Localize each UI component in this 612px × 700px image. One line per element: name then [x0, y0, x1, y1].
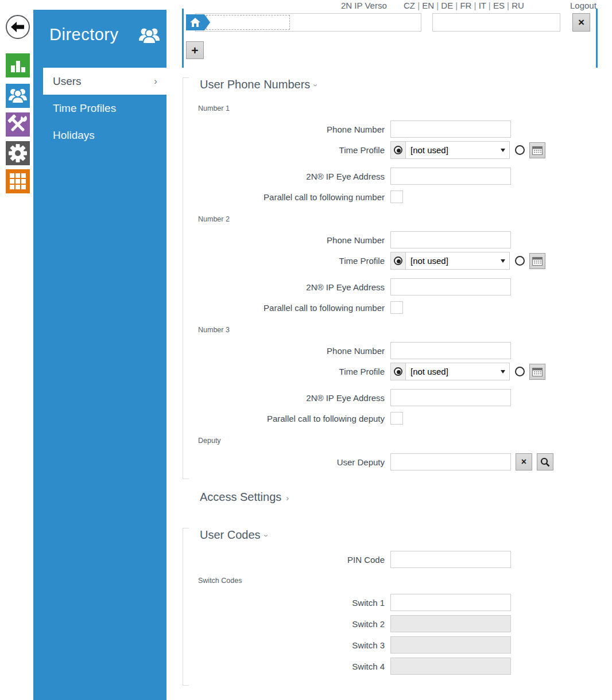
switch-1-input[interactable] — [390, 594, 511, 611]
ip-eye-address-2-input[interactable] — [390, 278, 511, 295]
nav-status[interactable] — [6, 53, 30, 77]
switch-3-label: Switch 3 — [183, 640, 390, 650]
directory-users-icon — [6, 84, 30, 108]
switch-1-row: Switch 1 — [183, 594, 561, 611]
sidebar-item-label: Time Profiles — [53, 102, 116, 115]
time-profile-1-radio-box — [390, 141, 405, 159]
time-profile-2-calendar-button[interactable] — [529, 253, 545, 269]
time-profile-2-calendar-radio[interactable] — [515, 256, 525, 266]
switch-1-label: Switch 1 — [183, 598, 390, 608]
ip-eye-address-2-label: 2N® IP Eye Address — [183, 282, 390, 292]
time-profile-1-calendar-button[interactable] — [529, 142, 545, 158]
chevron-right-icon: › — [154, 76, 157, 87]
pin-code-label: PIN Code — [183, 555, 390, 565]
time-profile-1-select[interactable]: [not used] — [405, 141, 510, 159]
nav-services[interactable] — [6, 141, 30, 165]
time-profile-1-dropdown-radio[interactable] — [394, 146, 402, 154]
group-label-deputy: Deputy — [198, 437, 221, 445]
search-deputy-button[interactable] — [537, 453, 553, 470]
ip-eye-address-1-label: 2N® IP Eye Address — [183, 172, 390, 181]
section-title-access-settings[interactable]: Access Settings› — [200, 491, 289, 504]
sidebar-item-label: Holidays — [53, 129, 95, 142]
nav-system[interactable] — [6, 169, 30, 193]
parallel-call-2-label: Parallel call to following number — [183, 303, 390, 313]
search-icon — [540, 457, 550, 467]
parallel-call-3-checkbox[interactable] — [390, 412, 403, 425]
calendar-icon — [532, 146, 543, 155]
group-label-number-2: Number 2 — [198, 215, 230, 223]
sidebar-menu: Users›Time ProfilesHolidays — [33, 68, 166, 149]
group-label-number-1: Number 1 — [198, 104, 230, 112]
user-name-field — [195, 13, 421, 32]
close-icon: × — [578, 16, 584, 29]
time-profile-1-calendar-radio[interactable] — [515, 145, 525, 155]
time-profile-3-label: Time Profile — [183, 367, 390, 376]
ip-eye-address-3-input[interactable] — [390, 389, 511, 406]
parallel-call-2-checkbox[interactable] — [390, 301, 403, 314]
plus-icon: + — [191, 44, 198, 57]
user-deputy-input[interactable] — [390, 453, 511, 470]
time-profile-3-select[interactable]: [not used] — [405, 363, 510, 380]
user-tab[interactable] — [186, 14, 204, 30]
close-icon: × — [521, 457, 526, 467]
user-name-input[interactable] — [206, 15, 290, 30]
ip-eye-address-1-input[interactable] — [390, 168, 511, 185]
switch-4-label: Switch 4 — [183, 662, 390, 671]
hardware-tools-icon — [6, 112, 30, 137]
group-label-number-3: Number 3 — [198, 326, 230, 334]
sidebar: Directory Users›Time ProfilesHolidays — [33, 10, 166, 700]
time-profile-2-dropdown-radio[interactable] — [394, 256, 402, 265]
system-grid-icon — [6, 169, 30, 193]
time-profile-2-select[interactable]: [not used] — [405, 252, 510, 270]
time-profile-2-label: Time Profile — [183, 256, 390, 266]
parallel-call-1-checkbox[interactable] — [390, 190, 403, 203]
sidebar-item-holidays[interactable]: Holidays — [33, 122, 166, 149]
phone-number-2-input[interactable] — [390, 231, 511, 248]
services-gear-icon — [6, 141, 30, 165]
chevron-right-icon: › — [286, 493, 289, 503]
status-chart-icon — [6, 53, 30, 77]
chevron-down-icon: › — [262, 534, 272, 537]
switch-2-label: Switch 2 — [183, 619, 390, 629]
switch-4-row: Switch 4 — [183, 658, 561, 675]
sidebar-item-label: Users — [53, 75, 82, 88]
page-title: Directory — [49, 25, 119, 44]
sidebar-item-time-profiles[interactable]: Time Profiles — [33, 95, 166, 122]
time-profile-3-dropdown-radio[interactable] — [394, 367, 402, 376]
time-profile-3-radio-box — [390, 363, 405, 380]
nav-directory[interactable] — [6, 84, 30, 108]
ip-eye-address-3-label: 2N® IP Eye Address — [183, 393, 390, 403]
nav-hardware[interactable] — [6, 112, 30, 137]
parallel-call-1-label: Parallel call to following number — [183, 192, 390, 202]
group-label-switch-codes: Switch Codes — [198, 577, 242, 585]
time-profile-3-calendar-button[interactable] — [529, 364, 545, 380]
clear-deputy-button[interactable]: × — [516, 453, 532, 470]
user-tab-panel: × + — [182, 9, 598, 68]
section-title-user-codes[interactable]: User Codes› — [200, 528, 268, 542]
back-button[interactable] — [6, 15, 30, 39]
section-title-user-phone-numbers[interactable]: User Phone Numbers› — [200, 78, 317, 91]
chevron-down-icon: › — [311, 84, 321, 87]
switch-3-input — [390, 636, 511, 654]
switch-4-input — [390, 658, 511, 675]
switch-2-input — [390, 615, 511, 632]
phone-number-1-label: Phone Number — [183, 125, 390, 134]
delete-user-button[interactable]: × — [572, 13, 590, 32]
time-profile-1-label: Time Profile — [183, 145, 390, 155]
phone-number-1-input[interactable] — [390, 120, 511, 138]
user-email-input[interactable] — [432, 13, 560, 32]
pin-code-input[interactable] — [390, 551, 511, 568]
phone-number-2-label: Phone Number — [183, 235, 390, 245]
sidebar-item-users[interactable]: Users› — [43, 68, 166, 95]
phone-number-3-input[interactable] — [390, 342, 511, 359]
calendar-icon — [532, 256, 543, 266]
add-user-button[interactable]: + — [186, 41, 204, 59]
switch-2-row: Switch 2 — [183, 615, 561, 632]
time-profile-3-calendar-radio[interactable] — [515, 367, 525, 376]
directory-title-users-icon — [137, 25, 162, 47]
parallel-call-3-label: Parallel call to following deputy — [183, 414, 390, 423]
app-window: 2N IP Verso CZ | EN | DE | FR | IT | ES … — [0, 0, 612, 700]
home-icon — [190, 18, 200, 27]
phone-number-3-label: Phone Number — [183, 346, 390, 356]
switch-3-row: Switch 3 — [183, 636, 561, 654]
